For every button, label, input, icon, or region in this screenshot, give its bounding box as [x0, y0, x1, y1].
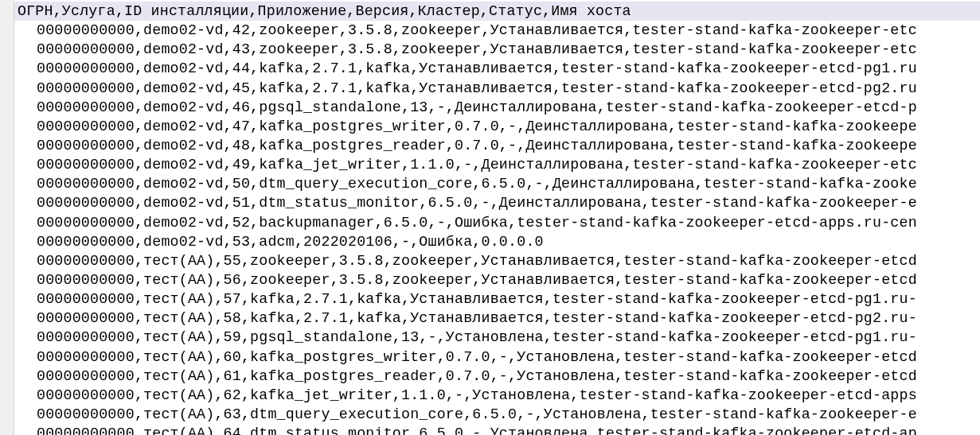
- csv-header-row: ОГРН,Услуга,ID инсталляции,Приложение,Ве…: [14, 2, 980, 21]
- csv-row: 00000000000,тест(AA),57,kafka,2.7.1,kafk…: [14, 289, 980, 309]
- csv-row: 00000000000,тест(AA),55,zookeeper,3.5.8,…: [14, 251, 980, 270]
- csv-row: 00000000000,тест(AA),56,zookeeper,3.5.8,…: [14, 270, 980, 289]
- csv-row: 00000000000,тест(AA),59,pgsql_standalone…: [14, 328, 980, 347]
- csv-row: 00000000000,demo02-vd,50,dtm_query_execu…: [14, 174, 980, 193]
- csv-row: 00000000000,тест(AA),62,kafka_jet_writer…: [14, 386, 980, 405]
- csv-row: 00000000000,demo02-vd,47,kafka_postgres_…: [14, 117, 980, 136]
- csv-row: 00000000000,demo02-vd,53,adcm,2022020106…: [14, 232, 980, 251]
- csv-row: 00000000000,demo02-vd,43,zookeeper,3.5.8…: [14, 40, 980, 59]
- csv-row: 00000000000,demo02-vd,49,kafka_jet_write…: [14, 155, 980, 174]
- csv-row: 00000000000,demo02-vd,46,pgsql_standalon…: [14, 98, 980, 117]
- csv-row: 00000000000,demo02-vd,44,kafka,2.7.1,kaf…: [14, 59, 980, 78]
- csv-row: 00000000000,demo02-vd,45,kafka,2.7.1,kaf…: [14, 79, 980, 98]
- csv-row: 00000000000,demo02-vd,51,dtm_status_moni…: [14, 193, 980, 212]
- csv-row: 00000000000,тест(AA),58,kafka,2.7.1,kafk…: [14, 309, 980, 328]
- csv-row: 00000000000,demo02-vd,52,backupmanager,6…: [14, 213, 980, 232]
- csv-row: 00000000000,тест(AA),61,kafka_postgres_r…: [14, 367, 980, 386]
- csv-row: 00000000000,тест(AA),63,dtm_query_execut…: [14, 405, 980, 424]
- csv-body: 00000000000,demo02-vd,42,zookeeper,3.5.8…: [14, 21, 980, 435]
- csv-row: 00000000000,demo02-vd,48,kafka_postgres_…: [14, 136, 980, 155]
- editor-gutter: [0, 0, 14, 435]
- csv-row: 00000000000,тест(AA),60,kafka_postgres_w…: [14, 348, 980, 367]
- text-editor-content[interactable]: ОГРН,Услуга,ID инсталляции,Приложение,Ве…: [14, 2, 980, 435]
- csv-row: 00000000000,demo02-vd,42,zookeeper,3.5.8…: [14, 21, 980, 40]
- csv-row: 00000000000,тест(AA),64,dtm_status_monit…: [14, 424, 980, 435]
